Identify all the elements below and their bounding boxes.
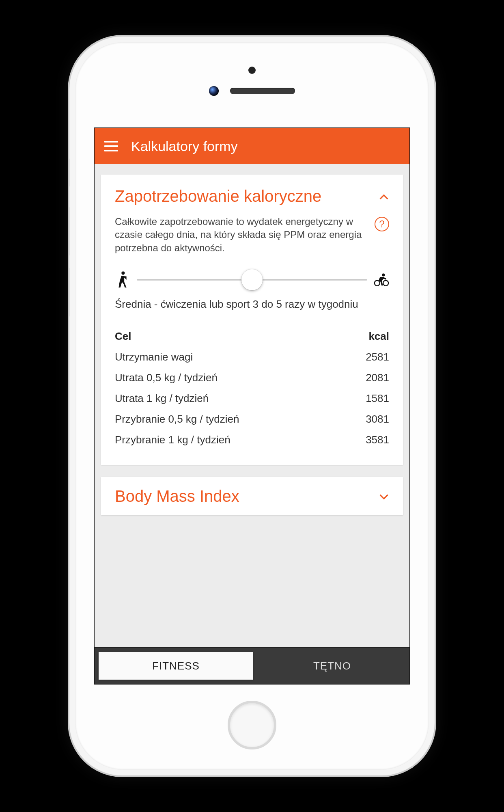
table-row: Utrata 1 kg / tydzień 1581	[115, 388, 389, 409]
phone-camera	[209, 86, 219, 96]
card-title: Zapotrzebowanie kaloryczne	[115, 187, 369, 205]
table-row: Przybranie 0,5 kg / tydzień 3081	[115, 409, 389, 430]
app-header: Kalkulatory formy	[95, 128, 409, 164]
table-row: Utrata 0,5 kg / tydzień 2081	[115, 367, 389, 388]
slider-caption: Średnia - ćwiczenia lub sport 3 do 5 raz…	[115, 298, 389, 311]
row-value: 2581	[366, 351, 389, 363]
bottom-tabs: FITNESS TĘTNO	[95, 647, 409, 684]
table-header: Cel kcal	[115, 326, 389, 347]
phone-frame: Kalkulatory formy Zapotrzebowanie kalory…	[69, 37, 435, 775]
phone-side-button	[69, 207, 70, 256]
table-row: Przybranie 1 kg / tydzień 3581	[115, 430, 389, 450]
phone-home-button[interactable]	[228, 701, 276, 749]
row-value: 2081	[366, 371, 389, 384]
row-label: Utrzymanie wagi	[115, 351, 193, 363]
card-header-toggle[interactable]: Body Mass Index	[115, 487, 389, 505]
page-title: Kalkulatory formy	[131, 138, 238, 154]
activity-slider[interactable]	[137, 279, 367, 281]
content-scroll[interactable]: Zapotrzebowanie kaloryczne Całkowite zap…	[95, 164, 409, 647]
cycling-icon	[374, 271, 389, 289]
svg-point-2	[383, 281, 388, 286]
walking-icon	[115, 271, 130, 289]
menu-icon[interactable]	[104, 141, 118, 151]
tab-fitness[interactable]: FITNESS	[99, 652, 253, 680]
row-value: 3081	[366, 413, 389, 425]
phone-speaker	[230, 88, 295, 94]
app-screen: Kalkulatory formy Zapotrzebowanie kalory…	[94, 127, 410, 685]
phone-side-button	[69, 268, 70, 317]
card-calorie-need: Zapotrzebowanie kaloryczne Całkowite zap…	[101, 175, 403, 465]
row-label: Przybranie 0,5 kg / tydzień	[115, 413, 239, 425]
card-title: Body Mass Index	[115, 487, 369, 505]
card-description: Całkowite zapotrzebowanie to wydatek ene…	[115, 215, 365, 255]
tab-tetno[interactable]: TĘTNO	[255, 648, 409, 684]
goal-table: Cel kcal Utrzymanie wagi 2581 Utrata 0,5…	[115, 326, 389, 450]
row-value: 1581	[366, 392, 389, 405]
phone-top-sensors	[75, 67, 429, 96]
card-bmi: Body Mass Index	[101, 477, 403, 515]
row-label: Utrata 1 kg / tydzień	[115, 392, 209, 405]
svg-point-1	[375, 281, 380, 286]
svg-point-3	[382, 274, 385, 276]
col-goal: Cel	[115, 330, 131, 343]
help-icon[interactable]: ?	[375, 217, 389, 231]
slider-thumb[interactable]	[241, 269, 263, 290]
chevron-down-icon	[379, 492, 389, 502]
chevron-up-icon	[379, 192, 389, 202]
activity-slider-row	[115, 271, 389, 289]
row-value: 3581	[366, 434, 389, 446]
row-label: Przybranie 1 kg / tydzień	[115, 434, 230, 446]
phone-bezel: Kalkulatory formy Zapotrzebowanie kalory…	[75, 42, 429, 770]
phone-proximity-dot	[248, 67, 256, 74]
table-row: Utrzymanie wagi 2581	[115, 347, 389, 367]
svg-point-0	[121, 272, 125, 275]
card-header-toggle[interactable]: Zapotrzebowanie kaloryczne	[115, 187, 389, 205]
phone-side-button	[69, 158, 70, 187]
row-label: Utrata 0,5 kg / tydzień	[115, 371, 218, 384]
col-kcal: kcal	[368, 330, 389, 343]
